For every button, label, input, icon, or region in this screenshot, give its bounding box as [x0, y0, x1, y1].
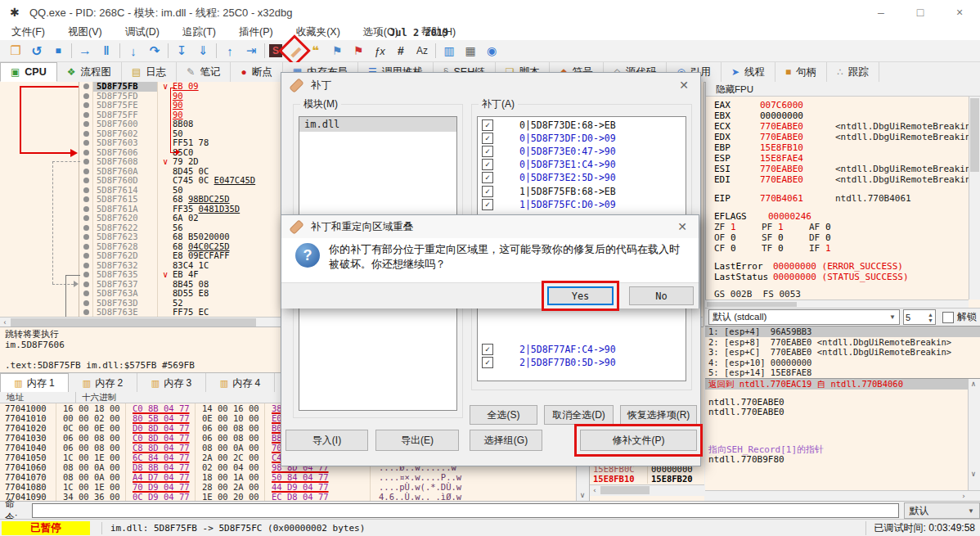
instruction-address[interactable]: 5D8F7603	[92, 138, 158, 148]
arg-count-stepper[interactable]: 5 ▲▼	[903, 309, 936, 325]
flag-cell[interactable]: AF 0	[809, 222, 856, 232]
breakpoint-gutter[interactable]	[79, 270, 92, 280]
toolbar-icon[interactable]: ƒx	[371, 42, 389, 60]
patch-list-item[interactable]: ✓ 1|5D8F75FC:D0->09	[478, 198, 686, 211]
stackinfo-vscrollbar[interactable]: ∧ ∨	[968, 379, 980, 490]
breakpoint-gutter[interactable]	[79, 129, 92, 139]
instruction-address[interactable]: 5D8F762D	[92, 251, 158, 261]
toolbar-icon[interactable]: ⇓	[194, 42, 212, 60]
breakpoint-gutter[interactable]	[79, 110, 92, 120]
breakpoint-gutter[interactable]	[79, 299, 92, 309]
patch-checkbox[interactable]: ✓	[482, 159, 493, 170]
scroll-down-icon[interactable]: ∨	[969, 469, 978, 479]
stack-row[interactable]: 15E8FB10 15E8FB20	[590, 474, 704, 484]
close-icon[interactable]: ✕	[676, 79, 692, 92]
return-to-line[interactable]: 返回到 ntdll.770EAC19 自 ntdll.770B4060	[705, 379, 980, 390]
instruction-address[interactable]: 5D8F763A	[92, 289, 158, 299]
toolbar-icon[interactable]: ↷	[146, 42, 164, 60]
breakpoint-dot[interactable]	[83, 150, 89, 155]
breakpoint-dot[interactable]	[83, 140, 89, 146]
breakpoint-dot[interactable]	[83, 178, 89, 183]
argument-row[interactable]: 4: [esp+10] 00000000	[705, 358, 980, 368]
no-button[interactable]: No	[629, 286, 694, 305]
last-error-row[interactable]: LastError 00000000 (ERROR_SUCCESS)	[706, 261, 980, 272]
scroll-thumb[interactable]	[11, 318, 256, 327]
patch-list-item[interactable]: ✓ 0|5D8F73E1:C4->90	[478, 158, 686, 171]
instruction-address[interactable]: 5D8F7600	[92, 119, 158, 129]
toolbar-icon[interactable]	[435, 43, 436, 58]
register-row[interactable]: ESP 15E8FAE4	[706, 153, 980, 164]
breakpoint-dot[interactable]	[83, 225, 89, 231]
breakpoint-dot[interactable]	[83, 244, 89, 250]
flag-cell[interactable]: CF 0	[714, 243, 762, 254]
instruction-address[interactable]: 5D8F7620	[92, 214, 158, 223]
memory-tab[interactable]: ▥ 内存 1	[0, 373, 69, 393]
memory-tab[interactable]: ▥ 内存 4	[206, 373, 275, 393]
stack-info-pane[interactable]: 返回到 ntdll.770EAC19 自 ntdll.770B4060 ntdl…	[705, 378, 980, 502]
register-row[interactable]: ECX 770EABE0 <ntdll.DbgUiRemoteBreakin>	[706, 121, 980, 132]
deselect-all-button[interactable]: 取消全选(D)	[544, 405, 614, 425]
scroll-right-icon[interactable]: ›	[959, 491, 969, 501]
breakpoint-gutter[interactable]	[79, 289, 92, 299]
view-tab[interactable]: ▣ CPU	[0, 62, 57, 82]
command-mode-dropdown[interactable]: 默认 ▼	[904, 502, 980, 519]
breakpoint-dot[interactable]	[83, 169, 89, 174]
flag-cell[interactable]: TF 0	[762, 243, 809, 254]
argument-row[interactable]: 2: [esp+8] 770EABE0 <ntdll.DbgUiRemoteBr…	[705, 337, 980, 348]
flag-cell[interactable]: PF 1	[762, 222, 809, 232]
yes-button[interactable]: Yes	[547, 286, 614, 305]
register-row[interactable]: EAX 007C6000	[706, 100, 980, 110]
breakpoint-gutter[interactable]	[79, 119, 92, 129]
select-all-button[interactable]: 全选(S)	[470, 405, 537, 425]
eflags-row[interactable]: EFLAGS 00000246	[706, 211, 980, 222]
breakpoint-gutter[interactable]	[79, 157, 92, 167]
register-row-eip[interactable]: EIP 770B4061 ntdll.770B4061	[706, 193, 980, 204]
registers-pane[interactable]: 隐藏FPU EAX 007C6000 EBX 00000000 ECX 7	[705, 82, 980, 308]
instruction-bytes[interactable]: FF35 0481D35D	[158, 205, 240, 214]
argument-row[interactable]: 1: [esp+4] 96A59BB3	[705, 327, 980, 337]
module-list-item[interactable]: im.dll	[299, 117, 456, 132]
patch-checkbox[interactable]: ✓	[482, 186, 493, 197]
flag-cell[interactable]: OF 0	[714, 232, 762, 243]
breakpoint-dot[interactable]	[83, 263, 89, 268]
patch-checkbox[interactable]: ✓	[482, 119, 493, 131]
breakpoint-dot[interactable]	[83, 159, 89, 164]
breakpoint-dot[interactable]	[83, 253, 89, 259]
view-tab[interactable]: ❖ 流程图	[57, 62, 122, 82]
breakpoint-gutter[interactable]	[79, 138, 92, 148]
last-status-row[interactable]: LastStatus 00000000 (STATUS_SUCCESS)	[706, 272, 980, 282]
breakpoint-dot[interactable]	[83, 234, 89, 240]
breakpoint-gutter[interactable]	[79, 280, 92, 290]
unlock-checkbox[interactable]	[942, 312, 954, 323]
toolbar-icon[interactable]	[71, 43, 72, 58]
patch-list-item[interactable]: ✓ 0|5D8F73DF:D0->09	[478, 132, 686, 145]
breakpoint-gutter[interactable]	[79, 242, 92, 252]
toolbar-icon[interactable]: ‖	[97, 42, 115, 60]
breakpoint-gutter[interactable]	[79, 261, 92, 271]
toolbar-icon[interactable]: ↺	[28, 42, 46, 60]
breakpoint-gutter[interactable]	[79, 92, 92, 101]
breakpoint-dot[interactable]	[83, 282, 89, 287]
patch-checkbox[interactable]: ✓	[482, 146, 493, 157]
stepper-arrows-icon[interactable]: ▲▼	[928, 312, 933, 323]
breakpoint-gutter[interactable]	[79, 251, 92, 261]
pick-groups-button[interactable]: 选择组(G)	[470, 430, 542, 451]
calling-convention-select[interactable]: 默认 (stdcall) ▼	[708, 309, 900, 325]
instruction-address[interactable]: 5D8F75FE	[92, 101, 158, 110]
flag-cell[interactable]: SF 0	[762, 232, 809, 243]
toolbar-icon[interactable]: ↓	[124, 42, 142, 60]
toolbar-icon[interactable]	[216, 43, 217, 58]
breakpoint-gutter[interactable]	[79, 195, 92, 205]
instruction-address[interactable]: 5D8F75FB	[92, 82, 158, 92]
breakpoint-dot[interactable]	[83, 187, 89, 193]
register-row[interactable]: EDI 770EABE0 <ntdll.DbgUiRemoteBreakin>	[706, 174, 980, 185]
scroll-thumb[interactable]	[600, 486, 650, 494]
breakpoint-gutter[interactable]	[79, 167, 92, 177]
stack-hscrollbar[interactable]: ‹	[590, 484, 704, 496]
breakpoint-dot[interactable]	[83, 102, 89, 108]
patch-dialog-titlebar[interactable]: 补丁 ✕	[281, 73, 700, 97]
toolbar-icon[interactable]: ↑	[221, 42, 239, 60]
patch-list-item[interactable]: ✓ 0|5D8F73DE:68->EB	[478, 119, 686, 132]
menu-item[interactable]: 追踪(T)	[171, 25, 227, 39]
breakpoint-dot[interactable]	[83, 291, 89, 296]
